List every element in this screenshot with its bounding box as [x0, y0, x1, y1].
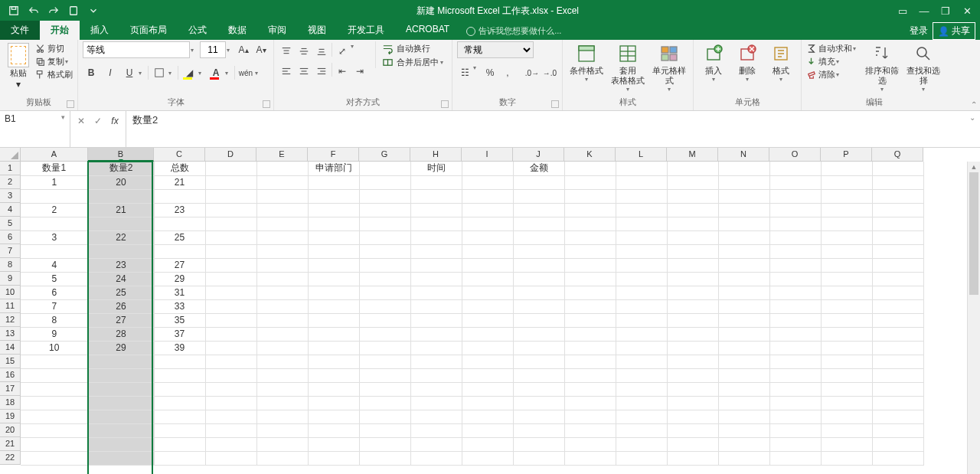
- cell-A18[interactable]: [21, 396, 88, 410]
- cell-I6[interactable]: [462, 230, 513, 244]
- cell-C16[interactable]: [154, 368, 205, 382]
- cell-L9[interactable]: [616, 272, 667, 286]
- cell-P14[interactable]: [821, 341, 872, 355]
- formula-bar[interactable]: 数量2: [126, 111, 980, 147]
- dialog-launcher-icon[interactable]: [551, 100, 559, 108]
- cell-B11[interactable]: 26: [88, 299, 154, 313]
- cell-A13[interactable]: 9: [21, 327, 88, 341]
- cell-K22[interactable]: [564, 451, 616, 465]
- cell-L14[interactable]: [616, 341, 667, 355]
- cell-H20[interactable]: [410, 423, 462, 437]
- cell-P12[interactable]: [821, 313, 872, 327]
- cell-L11[interactable]: [616, 299, 667, 313]
- close-icon[interactable]: ✕: [957, 2, 977, 19]
- cell-B21[interactable]: [88, 437, 154, 451]
- cell-A17[interactable]: [21, 382, 88, 396]
- cell-F19[interactable]: [308, 410, 359, 423]
- cell-C2[interactable]: 21: [154, 175, 205, 189]
- copy-button[interactable]: 复制▾: [35, 56, 73, 67]
- login-link[interactable]: 登录: [910, 25, 928, 38]
- row-header-9[interactable]: 9: [0, 272, 21, 286]
- cell-G6[interactable]: [359, 230, 410, 244]
- cell-E17[interactable]: [256, 382, 308, 396]
- row-header-10[interactable]: 10: [0, 286, 21, 299]
- cell-D10[interactable]: [205, 286, 256, 299]
- cell-J21[interactable]: [513, 437, 564, 451]
- col-header-K[interactable]: K: [564, 148, 616, 162]
- cell-B20[interactable]: [88, 423, 154, 437]
- cell-F10[interactable]: [308, 286, 359, 299]
- cell-O6[interactable]: [769, 230, 821, 244]
- cell-K13[interactable]: [564, 327, 616, 341]
- cell-K17[interactable]: [564, 382, 616, 396]
- cells-area[interactable]: 数量1数量2总数申请部门时间金额120212212332225423275242…: [21, 162, 924, 466]
- cell-M6[interactable]: [667, 230, 718, 244]
- cell-A16[interactable]: [21, 368, 88, 382]
- cell-C13[interactable]: 37: [154, 327, 205, 341]
- paste-button[interactable]: 粘贴 ▾: [5, 41, 32, 90]
- cell-L6[interactable]: [616, 230, 667, 244]
- cell-K2[interactable]: [564, 175, 616, 189]
- cell-I22[interactable]: [462, 451, 513, 465]
- cell-J6[interactable]: [513, 230, 564, 244]
- format-as-table-button[interactable]: 套用 表格格式▾: [609, 41, 647, 93]
- border-button[interactable]: [151, 64, 168, 81]
- cell-Q9[interactable]: [872, 272, 923, 286]
- row-header-4[interactable]: 4: [0, 203, 21, 217]
- cell-K21[interactable]: [564, 437, 616, 451]
- cell-Q20[interactable]: [872, 423, 923, 437]
- tell-me-box[interactable]: 告诉我您想要做什么...: [460, 25, 567, 40]
- cell-M2[interactable]: [667, 175, 718, 189]
- cell-J13[interactable]: [513, 327, 564, 341]
- cell-Q1[interactable]: [872, 162, 923, 175]
- row-header-6[interactable]: 6: [0, 230, 21, 244]
- cell-B5[interactable]: [88, 217, 154, 230]
- col-header-C[interactable]: C: [154, 148, 205, 162]
- cell-E18[interactable]: [256, 396, 308, 410]
- cell-I20[interactable]: [462, 423, 513, 437]
- cell-Q2[interactable]: [872, 175, 923, 189]
- cell-P15[interactable]: [821, 355, 872, 368]
- cell-G5[interactable]: [359, 217, 410, 230]
- cell-N16[interactable]: [718, 368, 769, 382]
- cell-H8[interactable]: [410, 258, 462, 272]
- cell-J19[interactable]: [513, 410, 564, 423]
- cell-K20[interactable]: [564, 423, 616, 437]
- cell-N7[interactable]: [718, 244, 769, 258]
- cell-F8[interactable]: [308, 258, 359, 272]
- cell-I13[interactable]: [462, 327, 513, 341]
- cell-C21[interactable]: [154, 437, 205, 451]
- cell-L21[interactable]: [616, 437, 667, 451]
- tab-视图[interactable]: 视图: [297, 21, 337, 40]
- cell-D3[interactable]: [205, 189, 256, 203]
- cell-C1[interactable]: 总数: [154, 162, 205, 175]
- cell-H19[interactable]: [410, 410, 462, 423]
- cell-M10[interactable]: [667, 286, 718, 299]
- cell-L12[interactable]: [616, 313, 667, 327]
- cell-B17[interactable]: [88, 382, 154, 396]
- cell-P13[interactable]: [821, 327, 872, 341]
- cell-E7[interactable]: [256, 244, 308, 258]
- cell-K14[interactable]: [564, 341, 616, 355]
- cell-F13[interactable]: [308, 327, 359, 341]
- cell-K10[interactable]: [564, 286, 616, 299]
- align-center-button[interactable]: [296, 63, 312, 80]
- scrollbar-thumb[interactable]: [969, 172, 978, 295]
- cell-F17[interactable]: [308, 382, 359, 396]
- cell-F16[interactable]: [308, 368, 359, 382]
- cell-F6[interactable]: [308, 230, 359, 244]
- cell-K18[interactable]: [564, 396, 616, 410]
- cell-N18[interactable]: [718, 396, 769, 410]
- cell-C9[interactable]: 29: [154, 272, 205, 286]
- cell-O14[interactable]: [769, 341, 821, 355]
- cell-E19[interactable]: [256, 410, 308, 423]
- cell-D4[interactable]: [205, 203, 256, 217]
- cell-A8[interactable]: 4: [21, 258, 88, 272]
- cell-F4[interactable]: [308, 203, 359, 217]
- cell-I9[interactable]: [462, 272, 513, 286]
- cell-J3[interactable]: [513, 189, 564, 203]
- cell-L1[interactable]: [616, 162, 667, 175]
- cell-H1[interactable]: 时间: [410, 162, 462, 175]
- cell-M18[interactable]: [667, 396, 718, 410]
- align-right-button[interactable]: [314, 63, 329, 80]
